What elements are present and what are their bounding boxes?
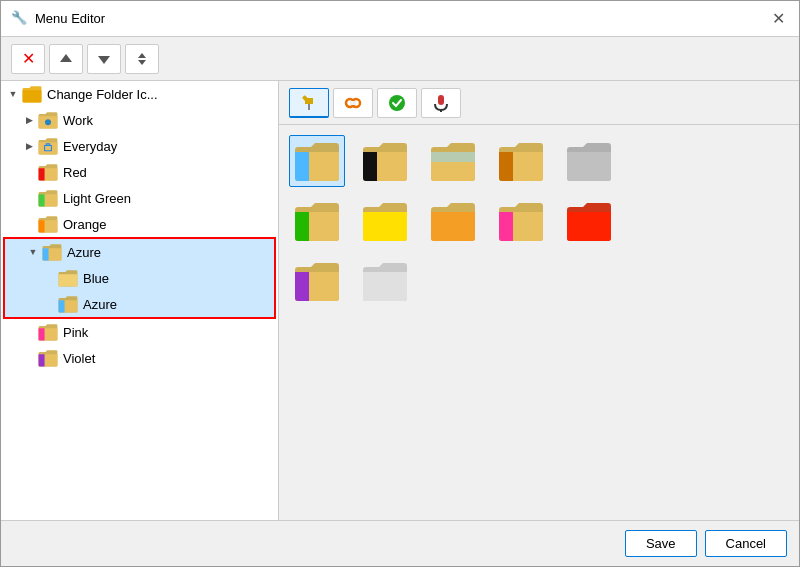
tree-item-azure-child[interactable]: Azure xyxy=(5,291,274,317)
delete-button[interactable]: ✕ xyxy=(11,44,45,74)
bottom-bar: Save Cancel xyxy=(1,520,799,566)
tree-item-orange[interactable]: Orange xyxy=(1,211,278,237)
expand-arrow-work: ▶ xyxy=(21,112,37,128)
folder-svg-6 xyxy=(293,200,341,242)
tree-item-label-azure: Azure xyxy=(67,245,101,260)
move-up-button[interactable] xyxy=(49,44,83,74)
tree-item-label-blue-child: Blue xyxy=(83,271,109,286)
folder-svg-8 xyxy=(429,200,477,242)
window-title: Menu Editor xyxy=(35,11,105,26)
expand-arrow-pink xyxy=(21,324,37,340)
icon-tab-3[interactable] xyxy=(377,88,417,118)
check-icon xyxy=(387,93,407,113)
icon-item-2[interactable] xyxy=(357,135,413,187)
icon-item-7[interactable] xyxy=(357,195,413,247)
icon-item-12[interactable] xyxy=(357,255,413,307)
expand-arrow-red xyxy=(21,164,37,180)
expand-arrow-azure-child xyxy=(41,296,57,312)
cancel-button[interactable]: Cancel xyxy=(705,530,787,557)
folder-icon-work xyxy=(37,111,59,129)
icon-item-10[interactable] xyxy=(561,195,617,247)
tree-item-blue-child[interactable]: Blue xyxy=(5,265,274,291)
tree-item-label-azure-child: Azure xyxy=(83,297,117,312)
tree-item-lightgreen[interactable]: Light Green xyxy=(1,185,278,211)
folder-icon-root xyxy=(21,85,43,103)
tree-item-label-orange: Orange xyxy=(63,217,106,232)
tree-item-label-root: Change Folder Ic... xyxy=(47,87,158,102)
icons-toolbar xyxy=(279,81,799,125)
tree-item-label-work: Work xyxy=(63,113,93,128)
tree-item-red[interactable]: Red xyxy=(1,159,278,185)
icon-item-4[interactable] xyxy=(493,135,549,187)
svg-rect-5 xyxy=(350,101,356,105)
move-button[interactable] xyxy=(125,44,159,74)
expand-arrow-lightgreen xyxy=(21,190,37,206)
folder-icon-red xyxy=(37,163,59,181)
mic-icon xyxy=(431,93,451,113)
move-down-button[interactable] xyxy=(87,44,121,74)
folder-icon-everyday xyxy=(37,137,59,155)
icon-item-11[interactable] xyxy=(289,255,345,307)
folder-svg-1 xyxy=(293,140,341,182)
folder-svg-3 xyxy=(429,140,477,182)
expand-arrow-violet xyxy=(21,350,37,366)
tree-item-azure[interactable]: ▼ Azure xyxy=(5,239,274,265)
icon-item-9[interactable] xyxy=(493,195,549,247)
icon-tab-4[interactable] xyxy=(421,88,461,118)
pin-icon xyxy=(299,92,319,112)
folder-svg-11 xyxy=(293,260,341,302)
icon-item-1[interactable] xyxy=(289,135,345,187)
icon-tab-1[interactable] xyxy=(289,88,329,118)
icons-grid xyxy=(279,125,799,520)
folder-svg-5 xyxy=(565,140,613,182)
icon-item-3[interactable] xyxy=(425,135,481,187)
selection-box: ▼ Azure xyxy=(3,237,276,319)
tree-item-root[interactable]: ▼ Change Folder Ic... xyxy=(1,81,278,107)
icon-item-5[interactable] xyxy=(561,135,617,187)
tree-panel[interactable]: ▼ Change Folder Ic... ▶ Work xyxy=(1,81,279,520)
close-button[interactable]: ✕ xyxy=(768,7,789,30)
icons-panel xyxy=(279,81,799,520)
folder-icon-orange xyxy=(37,215,59,233)
expand-arrow-everyday: ▶ xyxy=(21,138,37,154)
folder-icon-azure-child xyxy=(57,295,79,313)
folder-svg-7 xyxy=(361,200,409,242)
save-button[interactable]: Save xyxy=(625,530,697,557)
menu-editor-window: 🔧 Menu Editor ✕ ✕ xyxy=(0,0,800,567)
folder-icon-pink xyxy=(37,323,59,341)
tree-item-everyday[interactable]: ▶ Everyday xyxy=(1,133,278,159)
svg-rect-7 xyxy=(438,95,444,105)
tree-item-work[interactable]: ▶ Work xyxy=(1,107,278,133)
folder-icon-violet xyxy=(37,349,59,367)
folder-svg-10 xyxy=(565,200,613,242)
tree-item-label-red: Red xyxy=(63,165,87,180)
folder-svg-9 xyxy=(497,200,545,242)
svg-point-6 xyxy=(389,95,405,111)
tree-item-label-everyday: Everyday xyxy=(63,139,117,154)
svg-point-1 xyxy=(45,119,51,125)
tree-item-label-pink: Pink xyxy=(63,325,88,340)
link-icon xyxy=(343,93,363,113)
expand-arrow-orange xyxy=(21,216,37,232)
tree-item-pink[interactable]: Pink xyxy=(1,319,278,345)
tree-item-violet[interactable]: Violet xyxy=(1,345,278,371)
title-bar-left: 🔧 Menu Editor xyxy=(11,10,105,28)
icon-tab-2[interactable] xyxy=(333,88,373,118)
folder-icon-azure xyxy=(41,243,63,261)
expand-arrow-blue-child xyxy=(41,270,57,286)
tree-item-label-lightgreen: Light Green xyxy=(63,191,131,206)
icon-item-8[interactable] xyxy=(425,195,481,247)
toolbar: ✕ xyxy=(1,37,799,81)
content-area: ▼ Change Folder Ic... ▶ Work xyxy=(1,81,799,520)
folder-icon-lightgreen xyxy=(37,189,59,207)
expand-arrow-root: ▼ xyxy=(5,86,21,102)
folder-svg-4 xyxy=(497,140,545,182)
title-bar: 🔧 Menu Editor ✕ xyxy=(1,1,799,37)
folder-icon-blue-child xyxy=(57,269,79,287)
expand-arrow-azure: ▼ xyxy=(25,244,41,260)
folder-svg-2 xyxy=(361,140,409,182)
app-icon: 🔧 xyxy=(11,10,29,28)
folder-svg-12 xyxy=(361,260,409,302)
icon-item-6[interactable] xyxy=(289,195,345,247)
tree-item-label-violet: Violet xyxy=(63,351,95,366)
